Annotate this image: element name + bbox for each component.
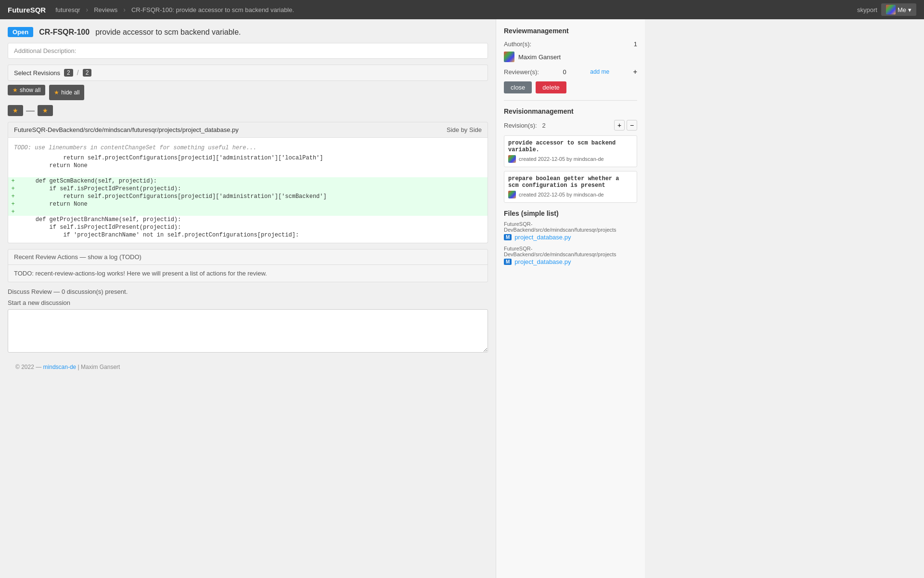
files-title: Files (simple list)	[504, 210, 637, 217]
show-all-label: show all	[20, 87, 40, 93]
revision-1-title: provide accessor to scm backend variable…	[508, 140, 633, 153]
navbar-right: skyport Me ▾	[857, 3, 916, 16]
revision-chip-2[interactable]: ★	[38, 105, 53, 116]
dropdown-arrow-icon: ▾	[908, 6, 911, 13]
code-line: def getProjectBranchName(self, projectid…	[8, 216, 488, 223]
discuss-section: Discuss Review — 0 discussion(s) present…	[8, 288, 488, 354]
review-title: provide accessor to scm backend variable…	[95, 28, 241, 37]
reviewmanagement-section: Reviewmanagement Author(s): 1 Maxim Gans…	[504, 27, 637, 93]
file-1-path: FutureSQR-DevBackend/src/de/mindscan/fut…	[504, 221, 637, 233]
file-header: FutureSQR-DevBackend/src/de/mindscan/fut…	[8, 122, 488, 138]
remove-revision-button[interactable]: −	[627, 120, 637, 131]
reviewers-label: Reviewer(s):	[504, 68, 539, 76]
author-avatar-icon	[504, 52, 514, 62]
code-line-added: +	[8, 208, 488, 216]
code-line-added: + return self.projectConfigurations[proj…	[8, 193, 488, 200]
authors-count: 1	[634, 40, 637, 48]
revision-chip-1[interactable]: ★	[8, 105, 23, 116]
sidebar: Reviewmanagement Author(s): 1 Maxim Gans…	[496, 19, 645, 578]
files-section: Files (simple list) FutureSQR-DevBackend…	[504, 210, 637, 265]
reviewers-count: 0	[563, 68, 566, 76]
close-button[interactable]: close	[504, 81, 532, 93]
author-name: Maxim Gansert	[518, 53, 561, 61]
status-badge: Open	[8, 27, 33, 37]
me-label: Me	[898, 6, 906, 13]
revision-chips: ★ — ★	[8, 105, 488, 116]
add-me-button[interactable]: add me	[590, 68, 609, 75]
revisions-sep: /	[77, 69, 79, 77]
navbar-link-home[interactable]: futuresqr	[55, 6, 80, 13]
reviewers-row: Reviewer(s): 0 add me +	[504, 68, 637, 76]
navbar-link-cr[interactable]: CR-FSQR-100: provide accessor to scm bac…	[131, 6, 294, 13]
revision-item-1: provide accessor to scm backend variable…	[504, 135, 637, 167]
revisions-total-badge: 2	[83, 69, 92, 77]
code-line	[8, 170, 488, 177]
chip-star-icon-2: ★	[42, 107, 48, 114]
file-1-name[interactable]: M project_database.py	[504, 234, 637, 241]
file-2-type-badge: M	[504, 259, 512, 265]
code-line: if self.isProjectIdPresent(projectid):	[8, 223, 488, 231]
navbar-brand[interactable]: FutureSQR	[8, 6, 46, 14]
file-1-type-badge: M	[504, 234, 512, 240]
revision-1-avatar-icon	[508, 155, 516, 163]
revision-add-remove-buttons: + −	[614, 120, 637, 131]
revision-2-title: prepare boolean getter whether a scm con…	[508, 175, 633, 189]
discuss-new-label: Start a new discussion	[8, 299, 488, 306]
revisionmanagement-section: Revisionmanagement Revision(s): 2 + − pr…	[504, 107, 637, 203]
navbar-link-reviews[interactable]: Reviews	[94, 6, 117, 13]
select-revisions-bar: Select Revisions 2 / 2	[8, 65, 488, 81]
revision-dash: —	[26, 105, 35, 116]
sidebar-actions: close delete	[504, 81, 637, 93]
code-line-added: + if self.isProjectIdPresent(projectid):	[8, 185, 488, 193]
additional-description: Additional Description:	[8, 43, 488, 59]
todo-note: TODO: use linenumbers in contentChangeSe…	[8, 142, 488, 154]
revisionmanagement-title: Revisionmanagement	[504, 107, 637, 115]
file-item-1: FutureSQR-DevBackend/src/de/mindscan/fut…	[504, 221, 637, 241]
file-path: FutureSQR-DevBackend/src/de/mindscan/fut…	[14, 126, 239, 133]
side-by-side-link[interactable]: Side by Side	[447, 126, 482, 133]
hide-all-button[interactable]: ★ hide all	[49, 85, 84, 100]
navbar-user: skyport	[857, 6, 877, 13]
user-avatar-icon	[886, 5, 896, 14]
footer-copyright: © 2022 —	[15, 364, 41, 370]
revisions-header-row: Revision(s): 2 + −	[504, 120, 637, 131]
sidebar-divider	[504, 100, 637, 101]
star-icon: ★	[13, 87, 18, 93]
revisions-count-badge: 2	[64, 69, 73, 77]
footer-link[interactable]: mindscan-de	[43, 364, 77, 370]
revision-1-meta: created 2022-12-05 by mindscan-de	[508, 155, 633, 163]
navbar: FutureSQR futuresqr › Reviews › CR-FSQR-…	[0, 0, 924, 19]
recent-actions-header: Recent Review Actions — show a log (TODO…	[8, 250, 488, 265]
code-line: return self.projectConfigurations[projec…	[8, 154, 488, 162]
show-all-button[interactable]: ★ show all	[8, 85, 45, 95]
file-2-path: FutureSQR-DevBackend/src/de/mindscan/fut…	[504, 246, 637, 257]
file-diff-container: FutureSQR-DevBackend/src/de/mindscan/fut…	[8, 122, 488, 243]
file-2-name[interactable]: M project_database.py	[504, 258, 637, 265]
recent-actions-body: TODO: recent-review-actions-log works! H…	[8, 265, 488, 282]
select-revisions-label: Select Revisions	[14, 69, 60, 77]
delete-button[interactable]: delete	[536, 81, 566, 93]
author-row: Maxim Gansert	[504, 52, 637, 62]
discuss-textarea[interactable]	[8, 309, 488, 353]
star-icon-2: ★	[54, 89, 59, 96]
revision-2-meta: created 2022-12-05 by mindscan-de	[508, 191, 633, 198]
code-line: return None	[8, 162, 488, 170]
file-item-2: FutureSQR-DevBackend/src/de/mindscan/fut…	[504, 246, 637, 265]
page-footer: © 2022 — mindscan-de | Maxim Gansert	[8, 360, 488, 374]
add-revision-button[interactable]: +	[614, 120, 625, 131]
revisions-label: Revision(s): 2	[504, 122, 546, 129]
code-block: TODO: use linenumbers in contentChangeSe…	[8, 138, 488, 243]
add-reviewer-button[interactable]: +	[633, 68, 637, 76]
review-header: Open CR-FSQR-100 provide accessor to scm…	[8, 27, 488, 37]
discuss-header: Discuss Review — 0 discussion(s) present…	[8, 288, 488, 295]
authors-row: Author(s): 1	[504, 40, 637, 48]
revision-item-2: prepare boolean getter whether a scm con…	[504, 171, 637, 203]
revision-2-avatar-icon	[508, 191, 516, 198]
reviewmanagement-title: Reviewmanagement	[504, 27, 637, 35]
content-area: Open CR-FSQR-100 provide accessor to scm…	[0, 19, 496, 578]
code-line-added: + def getScmBackend(self, projectid):	[8, 177, 488, 185]
footer-author: | Maxim Gansert	[78, 364, 120, 370]
additional-desc-label: Additional Description:	[14, 47, 76, 54]
recent-actions-section: Recent Review Actions — show a log (TODO…	[8, 249, 488, 282]
me-button[interactable]: Me ▾	[881, 3, 916, 16]
